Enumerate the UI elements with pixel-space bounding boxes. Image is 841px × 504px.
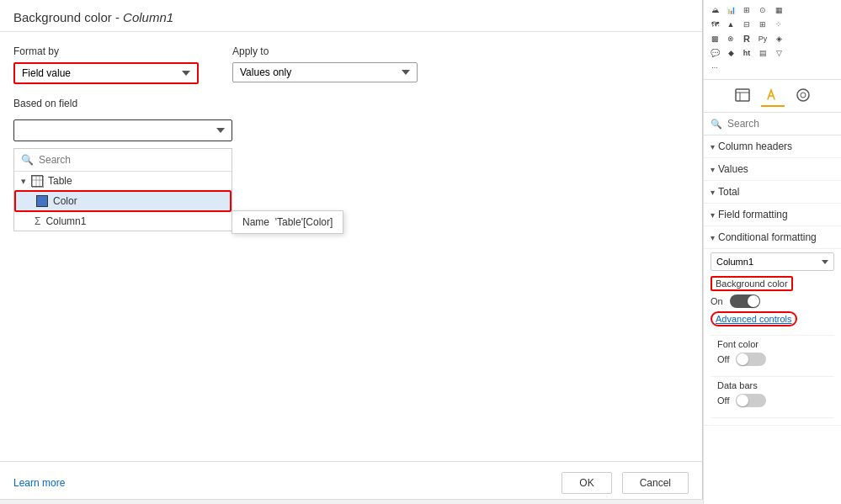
Py-icon[interactable]: Py (755, 32, 770, 45)
icon-grid-top: ⛰ 📊 ⊞ ⊙ ▦ 🗺 ▲ ⊟ ⊞ ⁘ ▩ ⊗ R Py ◈ 💬 ◆ ht ▤ … (707, 3, 786, 74)
advanced-controls-link[interactable]: Advanced controls (711, 311, 797, 326)
format-by-label: Format by (13, 45, 199, 57)
fields-icon (735, 88, 750, 103)
bg-color-toggle-row: On (711, 294, 834, 308)
dropdown-search-input[interactable] (39, 154, 225, 166)
format-by-select[interactable]: Field value (13, 62, 199, 84)
mountains-icon[interactable]: ⛰ (707, 3, 722, 17)
field-tooltip: Name 'Table'[Color] (232, 210, 343, 234)
tree-item-color[interactable]: Color (14, 190, 232, 212)
font-color-subsection: Font color Off (711, 336, 834, 377)
more-icon[interactable]: ··· (707, 61, 722, 74)
expand-icon (21, 176, 26, 187)
data-bars-label: Data bars (717, 380, 828, 390)
table-grid-icon[interactable]: ⊞ (739, 3, 754, 17)
chat-icon[interactable]: 💬 (707, 46, 722, 60)
bg-color-label-text: Background color (711, 276, 793, 291)
form-row-top: Format by Field value Apply to Values on… (13, 45, 689, 84)
apply-to-group: Apply to Values only (232, 45, 418, 84)
color-label: Color (53, 195, 77, 207)
tree-item-column1[interactable]: Σ Column1 (14, 212, 232, 231)
data-bars-toggle-label: Off (717, 395, 729, 406)
dialog-container: Background color - Column1 Format by Fie… (0, 0, 703, 504)
dialog-title-text: Background color - (13, 10, 123, 24)
total-label: Total (718, 186, 739, 198)
filter-icon-tb[interactable]: ▽ (771, 46, 786, 60)
conditional-formatting-content: Column1 Background color On Advanced con… (704, 249, 841, 426)
dialog-title: Background color - Column1 (0, 0, 702, 32)
bg-color-subsection: Background color On Advanced controls (711, 276, 834, 336)
chevron-total (711, 188, 715, 197)
dropdown-search-box: 🔍 (14, 149, 232, 172)
column-headers-label: Column headers (718, 141, 792, 152)
font-color-toggle-label: Off (717, 354, 729, 364)
conditional-column-select[interactable]: Column1 (711, 252, 834, 271)
toggle-thumb (748, 295, 759, 307)
bg-color-label-container: Background color (711, 276, 834, 291)
sidebar-search-icon: 🔍 (711, 119, 722, 130)
scatter-icon[interactable]: ⁘ (771, 18, 786, 31)
section-values[interactable]: Values (704, 158, 841, 181)
tab-analytics[interactable] (791, 85, 815, 107)
column1-label: Column1 (45, 215, 86, 227)
grid-icon[interactable]: ▩ (707, 32, 722, 45)
card-icon[interactable]: ▦ (771, 3, 786, 17)
map-icon[interactable]: 🗺 (707, 18, 722, 31)
tooltip-name-label: Name (242, 216, 269, 228)
chevron-values (711, 165, 715, 174)
font-color-label: Font color (717, 339, 828, 349)
area-chart-icon[interactable]: ▲ (723, 18, 738, 31)
tree-item-table[interactable]: Table (14, 172, 232, 190)
scrollbar-hint (0, 499, 703, 504)
based-on-field-label: Based on field (13, 98, 689, 109)
waterfall-icon[interactable]: ⊞ (755, 18, 770, 31)
ok-button[interactable]: OK (562, 472, 611, 494)
tab-fields[interactable] (731, 85, 754, 107)
conditional-formatting-label: Conditional formatting (718, 231, 817, 243)
color-field-icon (36, 195, 48, 207)
cancel-button[interactable]: Cancel (622, 472, 689, 494)
shapes-icon[interactable]: ◆ (723, 46, 738, 60)
R-icon[interactable]: R (739, 32, 754, 45)
dialog-body: Format by Field value Apply to Values on… (0, 32, 702, 461)
sigma-icon: Σ (35, 215, 40, 227)
tooltip-field-ref: 'Table'[Color] (275, 216, 333, 228)
ai-icon[interactable]: ◈ (771, 32, 786, 45)
svg-rect-0 (32, 176, 44, 188)
chevron-column-headers (711, 142, 715, 151)
chevron-field-formatting (711, 210, 715, 220)
bg-color-toggle-label: On (711, 296, 723, 306)
data-bars-subsection: Data bars Off (711, 377, 834, 418)
tab-format[interactable] (761, 85, 785, 107)
html-icon[interactable]: ht (739, 46, 754, 60)
treemap-icon[interactable]: ⊟ (739, 18, 754, 31)
field-dropdown-panel: 🔍 Table Color Σ Column1 (13, 148, 232, 231)
dialog-footer: OK Cancel (0, 461, 702, 504)
data-bars-toggle[interactable] (736, 394, 766, 407)
ribbon-icon[interactable]: ⊗ (723, 32, 738, 45)
right-sidebar: ⛰ 📊 ⊞ ⊙ ▦ 🗺 ▲ ⊟ ⊞ ⁘ ▩ ⊗ R Py ◈ 💬 ◆ ht ▤ … (703, 0, 841, 504)
section-field-formatting[interactable]: Field formatting (704, 204, 841, 226)
analytics-icon (796, 88, 811, 103)
section-column-headers[interactable]: Column headers (704, 135, 841, 158)
sidebar-search-box: 🔍 (704, 113, 841, 135)
slicer-icon[interactable]: ▤ (755, 46, 770, 60)
search-icon: 🔍 (21, 154, 34, 166)
table-label: Table (48, 175, 72, 187)
chart-icon[interactable]: 📊 (723, 3, 738, 17)
bg-color-toggle[interactable] (730, 294, 760, 308)
sidebar-tabs (704, 80, 841, 113)
format-icon (765, 88, 780, 103)
gauge-icon[interactable]: ⊙ (755, 3, 770, 17)
svg-rect-4 (736, 89, 749, 101)
based-on-field-select[interactable] (13, 119, 232, 141)
font-color-toggle[interactable] (736, 353, 766, 366)
section-total[interactable]: Total (704, 181, 841, 204)
format-by-group: Format by Field value (13, 45, 199, 84)
sidebar-search-input[interactable] (727, 118, 841, 130)
apply-to-label: Apply to (232, 45, 418, 57)
section-conditional-formatting[interactable]: ▾ Conditional formatting (704, 226, 841, 249)
apply-to-select[interactable]: Values only (232, 62, 418, 82)
learn-more-link[interactable]: Learn more (13, 477, 65, 489)
chevron-conditional: ▾ (711, 233, 715, 242)
